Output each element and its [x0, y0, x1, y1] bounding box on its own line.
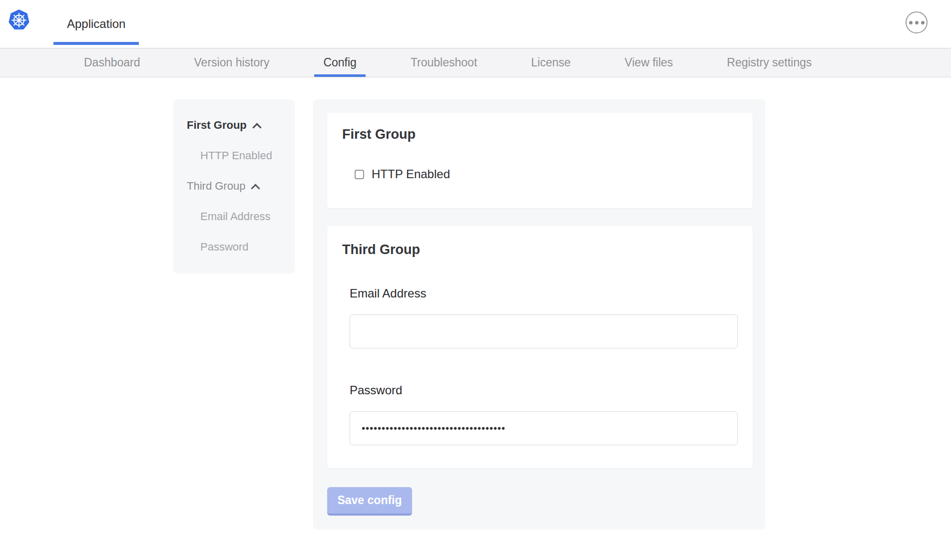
config-group-card-third-group: Third Group Email Address Password — [327, 226, 753, 468]
nav-item-config[interactable]: Config — [314, 48, 365, 77]
save-config-button[interactable]: Save config — [327, 487, 412, 516]
chevron-up-icon[interactable] — [251, 184, 260, 193]
active-tab-underline — [53, 42, 139, 45]
nav-item-registry-settings[interactable]: Registry settings — [718, 48, 821, 77]
config-page: First Group HTTP Enabled Third Group Ema… — [0, 77, 951, 530]
config-group-sidebar: First Group HTTP Enabled Third Group Ema… — [173, 99, 295, 274]
tab-application[interactable]: Application — [53, 0, 139, 48]
ellipsis-dot-icon — [909, 21, 913, 24]
sidebar-group-label: First Group — [187, 119, 247, 132]
http-enabled-label: HTTP Enabled — [372, 167, 450, 181]
sidebar-group-third-group[interactable]: Third Group — [187, 180, 290, 193]
ellipsis-dot-icon — [915, 21, 919, 24]
tab-application-label: Application — [67, 17, 125, 31]
nav-item-view-files[interactable]: View files — [616, 48, 682, 77]
group-title: Third Group — [342, 242, 738, 258]
nav-item-version-history[interactable]: Version history — [185, 48, 279, 77]
nav-item-license[interactable]: License — [522, 48, 579, 77]
sidebar-item-password[interactable]: Password — [187, 241, 290, 254]
sidebar-item-label: HTTP Enabled — [200, 149, 272, 162]
password-label: Password — [350, 383, 738, 397]
config-panel: First Group HTTP Enabled Third Group Ema… — [313, 99, 765, 530]
config-group-card-first-group: First Group HTTP Enabled — [327, 113, 753, 208]
sidebar-item-label: Password — [200, 241, 249, 254]
kubernetes-logo — [7, 8, 30, 31]
sidebar-group-label: Third Group — [187, 180, 245, 193]
ellipsis-menu-button[interactable] — [906, 11, 928, 33]
ellipsis-dot-icon — [921, 21, 925, 24]
chevron-up-icon[interactable] — [252, 123, 261, 132]
group-title: First Group — [342, 127, 738, 142]
app-navbar: Dashboard Version history Config Trouble… — [0, 48, 951, 77]
password-input[interactable] — [350, 411, 738, 445]
email-address-label: Email Address — [350, 286, 738, 300]
email-address-input[interactable] — [350, 314, 738, 348]
sidebar-group-first-group[interactable]: First Group — [187, 119, 290, 132]
sidebar-item-email-address[interactable]: Email Address — [187, 210, 290, 223]
sidebar-item-http-enabled[interactable]: HTTP Enabled — [187, 149, 290, 162]
sidebar-item-label: Email Address — [200, 210, 271, 223]
http-enabled-field: HTTP Enabled — [355, 167, 738, 181]
http-enabled-checkbox[interactable] — [355, 170, 364, 179]
nav-item-dashboard[interactable]: Dashboard — [75, 48, 149, 77]
app-header: Application — [0, 0, 951, 48]
nav-item-troubleshoot[interactable]: Troubleshoot — [402, 48, 486, 77]
